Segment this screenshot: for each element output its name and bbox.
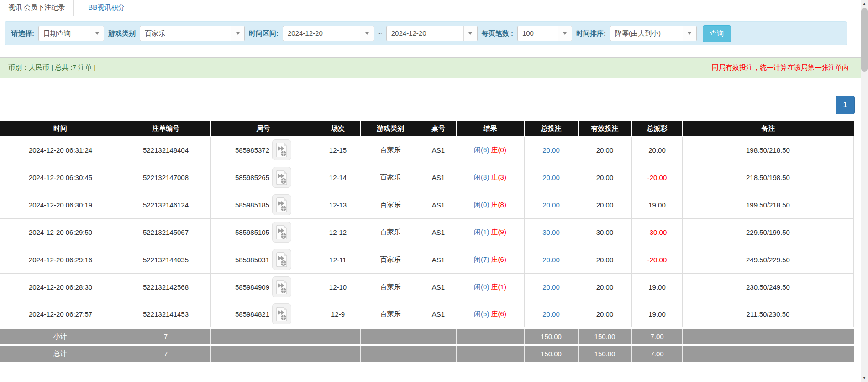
banker-result: 庄(6) — [491, 255, 506, 263]
cell-result: 闲(8) 庄(3) — [456, 164, 525, 191]
cell-valid-bet: 20.00 — [578, 273, 632, 301]
empty-cell — [211, 328, 316, 345]
empty-cell — [360, 328, 421, 345]
chevron-down-icon[interactable] — [231, 26, 244, 41]
total-bet-link[interactable]: 20.00 — [525, 164, 578, 191]
date-to-select[interactable]: 2024-12-20 — [386, 26, 478, 41]
total-bet-link[interactable]: 20.00 — [525, 136, 578, 164]
cell-result: 闲(7) 庄(6) — [456, 246, 525, 273]
video-replay-icon[interactable] — [272, 303, 291, 324]
cell-result: 闲(1) 庄(9) — [456, 218, 525, 246]
cell-payout: -30.00 — [632, 218, 683, 246]
video-replay-icon[interactable] — [272, 222, 291, 243]
column-header: 桌号 — [421, 121, 456, 136]
subtotal-count: 7 — [121, 328, 211, 345]
game-type-value: 百家乐 — [140, 26, 231, 41]
cell-payout: 20.00 — [632, 136, 683, 164]
video-replay-icon[interactable] — [272, 194, 291, 215]
total-bet-link[interactable]: 20.00 — [525, 246, 578, 273]
table-header: 时间注单编号局号场次游戏类别桌号结果总投注有效投注总派彩备注 — [0, 121, 854, 136]
chevron-down-icon[interactable] — [558, 26, 572, 41]
page-1-button[interactable]: 1 — [836, 96, 855, 114]
total-payout: 7.00 — [632, 345, 683, 362]
cell-session: 12-13 — [316, 191, 360, 218]
date-from-select[interactable]: 2024-12-20 — [283, 26, 374, 41]
player-result: 闲(1) — [474, 228, 489, 236]
banker-result: 庄(8) — [491, 201, 506, 208]
cell-remark: 249.50/229.50 — [683, 246, 854, 273]
subtotal-valid-bet: 150.00 — [578, 328, 632, 345]
same-round-notice-text: 同局有效投注，统一计算在该局第一张注单内 — [712, 64, 849, 72]
column-header: 注单编号 — [121, 121, 211, 136]
column-header: 游戏类别 — [360, 121, 421, 136]
chevron-down-icon[interactable] — [360, 26, 374, 41]
cell-result: 闲(0) 庄(1) — [456, 273, 525, 301]
date-range-tilde: ~ — [378, 30, 382, 37]
empty-cell — [316, 328, 360, 345]
video-replay-icon[interactable] — [272, 139, 291, 160]
scrollbar-thumb[interactable] — [861, 8, 868, 72]
game-type-select[interactable]: 百家乐 — [140, 26, 245, 41]
empty-cell — [211, 345, 316, 362]
page-size-select[interactable]: 100 — [517, 26, 572, 41]
total-bet-link[interactable]: 20.00 — [525, 301, 578, 328]
cell-time: 2024-12-20 06:30:19 — [0, 191, 121, 218]
chevron-down-icon[interactable] — [90, 26, 104, 41]
tab-bb-video-points[interactable]: BB视讯积分 — [80, 0, 133, 15]
cell-result: 闲(5) 庄(6) — [456, 301, 525, 328]
empty-cell — [683, 328, 854, 345]
page-size-label: 每页笔数 : — [482, 29, 513, 38]
table-row: 2024-12-20 06:30:45 522132147008 5859852… — [0, 164, 854, 191]
cell-session: 12-12 — [316, 218, 360, 246]
round-id: 585985185 — [235, 201, 269, 209]
scroll-down-icon[interactable]: ▼ — [861, 374, 868, 382]
empty-cell — [360, 345, 421, 362]
query-button[interactable]: 查询 — [703, 25, 731, 42]
cell-payout: -20.00 — [632, 246, 683, 273]
total-row: 总计 7 150.00 150.00 7.00 — [0, 345, 854, 362]
cell-game-type: 百家乐 — [360, 246, 421, 273]
video-replay-icon[interactable] — [272, 249, 291, 270]
cell-remark: 211.50/230.50 — [683, 301, 854, 328]
cell-session: 12-15 — [316, 136, 360, 164]
chevron-down-icon[interactable] — [683, 26, 696, 41]
time-sort-value: 降幂(由大到小) — [610, 26, 683, 41]
cell-game-type: 百家乐 — [360, 191, 421, 218]
tab-video-bet-records[interactable]: 视讯 会员下注纪录 — [0, 0, 74, 16]
round-id: 585985031 — [235, 256, 269, 264]
total-bet-link[interactable]: 30.00 — [525, 218, 578, 246]
column-header: 场次 — [316, 121, 360, 136]
banker-result: 庄(9) — [491, 228, 506, 236]
column-header: 总投注 — [525, 121, 578, 136]
player-result: 闲(0) — [474, 201, 489, 208]
cell-time: 2024-12-20 06:29:16 — [0, 246, 121, 273]
vertical-scrollbar[interactable]: ▲ ▼ — [861, 0, 868, 382]
total-bet-link[interactable]: 20.00 — [525, 191, 578, 218]
subtotal-row: 小计 7 150.00 150.00 7.00 — [0, 328, 854, 345]
cell-valid-bet: 20.00 — [578, 164, 632, 191]
cell-time: 2024-12-20 06:30:45 — [0, 164, 121, 191]
video-replay-icon[interactable] — [272, 276, 291, 297]
query-type-select[interactable]: 日期查询 — [38, 26, 104, 41]
video-replay-icon[interactable] — [272, 167, 291, 188]
cell-remark: 218.50/198.50 — [683, 164, 854, 191]
filter-panel: 请选择: 日期查询 游戏类别 百家乐 时间区间: 2024-12-20 ~ 20… — [5, 21, 847, 45]
scroll-up-icon[interactable]: ▲ — [861, 0, 868, 8]
time-sort-select[interactable]: 降幂(由大到小) — [610, 26, 697, 41]
column-header: 有效投注 — [578, 121, 632, 136]
banker-result: 庄(3) — [491, 173, 506, 181]
cell-time: 2024-12-20 06:29:50 — [0, 218, 121, 246]
table-row: 2024-12-20 06:27:57 522132141453 5859848… — [0, 301, 854, 328]
banker-result: 庄(0) — [491, 146, 506, 154]
tab-bar: 视讯 会员下注纪录 BB视讯积分 — [0, 0, 868, 15]
empty-cell — [421, 345, 456, 362]
cell-table-number: AS1 — [421, 136, 456, 164]
player-result: 闲(7) — [474, 255, 489, 263]
chevron-down-icon[interactable] — [463, 26, 477, 41]
player-result: 闲(0) — [474, 283, 489, 291]
cell-table-number: AS1 — [421, 246, 456, 273]
table-body: 2024-12-20 06:31:24 522132148404 5859853… — [0, 136, 854, 328]
summary-bar: 币别：人民币 | 总共 :7 注单 | 同局有效投注，统一计算在该局第一张注单内 — [0, 57, 861, 78]
table-row: 2024-12-20 06:29:50 522132145067 5859851… — [0, 218, 854, 246]
total-bet-link[interactable]: 20.00 — [525, 273, 578, 301]
